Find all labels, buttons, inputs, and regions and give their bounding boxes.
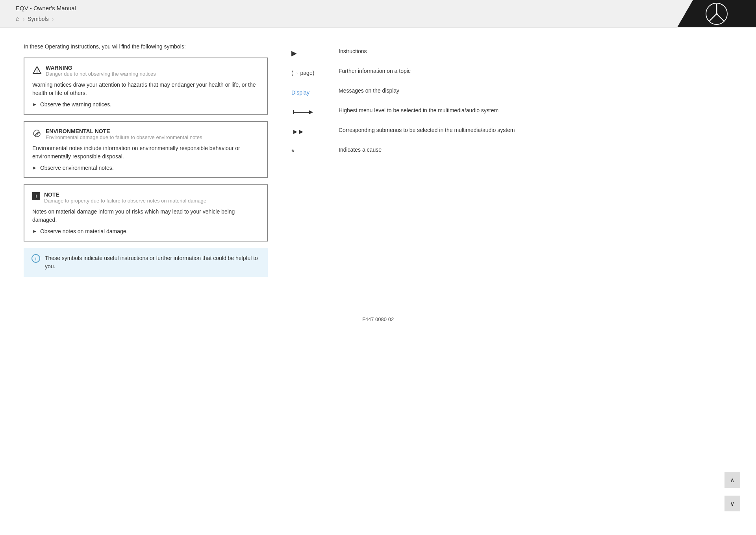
info-text: These symbols indicate useful instructio… (45, 254, 260, 271)
note-notice-header: ! NOTE Damage to property due to failure… (32, 191, 259, 204)
svg-point-1 (716, 13, 718, 15)
note-body: Notes on material damage inform you of r… (32, 208, 259, 224)
left-column: In these Operating Instructions, you wil… (24, 43, 268, 277)
environmental-title-area: ENVIRONMENTAL NOTE Environmental damage … (46, 128, 202, 140)
note-icon: ! (32, 192, 40, 200)
symbol-row-nav-double: Corresponding submenus to be selected in… (291, 122, 732, 142)
scroll-down-button[interactable]: ∨ (724, 496, 740, 511)
warning-action-text: Observe the warning notices. (40, 101, 111, 108)
main-content: In these Operating Instructions, you wil… (0, 28, 756, 293)
scroll-up-icon: ∧ (730, 476, 735, 484)
symbol-row-further-info: (→ page) Further information on a topic (291, 63, 732, 83)
environmental-subtitle: Environmental damage due to failure to o… (46, 134, 202, 140)
header-left: EQV - Owner's Manual ⌂ › Symbols › (16, 5, 76, 22)
warning-title: WARNING (46, 65, 156, 71)
warning-body: Warning notices draw your attention to h… (32, 81, 259, 97)
double-nav-arrow-icon (291, 127, 311, 137)
doc-number: F447 0080 02 (362, 316, 394, 322)
page-ref-icon: (→ page) (291, 70, 314, 76)
note-title-area: NOTE Damage to property due to failure t… (44, 191, 206, 204)
note-action: ► Observe notes on material damage. (32, 228, 259, 234)
symbol-desc-instructions: Instructions (339, 47, 732, 56)
footer: F447 0080 02 (0, 308, 756, 330)
environmental-notice-box: ENVIRONMENTAL NOTE Environmental damage … (24, 121, 268, 178)
note-notice-box: ! NOTE Damage to property due to failure… (24, 184, 268, 241)
symbol-icon-further-info: (→ page) (291, 67, 331, 79)
breadcrumb-symbols[interactable]: Symbols (28, 16, 49, 22)
svg-marker-9 (299, 130, 303, 134)
document-title: EQV - Owner's Manual (16, 5, 76, 11)
environmental-icon (32, 129, 42, 139)
symbol-icon-display: Display (291, 87, 331, 98)
svg-point-4 (36, 133, 38, 134)
symbol-desc-nav-double: Corresponding submenus to be selected in… (339, 126, 732, 134)
display-icon: Display (291, 89, 309, 96)
symbol-row-nav-single: Highest menu level to be selected in the… (291, 102, 732, 122)
scroll-up-button[interactable]: ∧ (724, 472, 740, 488)
svg-marker-6 (309, 110, 313, 114)
environmental-body: Environmental notes include information … (32, 144, 259, 161)
mercedes-logo (705, 2, 728, 26)
symbol-icon-instructions: ▶ (291, 47, 331, 59)
note-action-arrow: ► (32, 228, 37, 234)
info-box: i These symbols indicate useful instruct… (24, 248, 268, 277)
symbol-desc-display: Messages on the display (339, 87, 732, 95)
symbol-desc-nav-single: Highest menu level to be selected in the… (339, 106, 732, 115)
environmental-action: ► Observe environmental notes. (32, 165, 259, 171)
warning-action-arrow: ► (32, 102, 37, 107)
symbol-desc-further-info: Further information on a topic (339, 67, 732, 75)
symbol-icon-nav-double (291, 126, 331, 138)
info-icon: i (32, 254, 40, 263)
svg-text:!: ! (36, 69, 38, 74)
svg-marker-8 (293, 130, 297, 134)
warning-subtitle: Danger due to not observing the warning … (46, 71, 156, 77)
warning-action: ► Observe the warning notices. (32, 101, 259, 108)
breadcrumb-sep-1: › (23, 16, 24, 22)
note-title: NOTE (44, 191, 206, 198)
environmental-action-text: Observe environmental notes. (40, 165, 114, 171)
home-icon[interactable]: ⌂ (16, 15, 20, 22)
warning-notice-box: ! WARNING Danger due to not observing th… (24, 58, 268, 115)
environmental-action-arrow: ► (32, 165, 37, 171)
environmental-title: ENVIRONMENTAL NOTE (46, 128, 202, 134)
header: EQV - Owner's Manual ⌂ › Symbols › (0, 0, 756, 28)
symbol-row-display: Display Messages on the display (291, 83, 732, 102)
symbol-row-asterisk: * Indicates a cause (291, 142, 732, 162)
warning-notice-header: ! WARNING Danger due to not observing th… (32, 65, 259, 77)
logo-area (677, 0, 756, 27)
warning-title-area: WARNING Danger due to not observing the … (46, 65, 156, 77)
intro-text: In these Operating Instructions, you wil… (24, 43, 268, 50)
single-nav-arrow-icon (291, 108, 315, 117)
symbol-icon-asterisk: * (291, 146, 331, 158)
symbol-desc-asterisk: Indicates a cause (339, 146, 732, 154)
warning-icon: ! (32, 65, 42, 76)
note-subtitle: Damage to property due to failure to obs… (44, 198, 206, 204)
breadcrumb-sep-2: › (52, 16, 54, 22)
symbol-icon-nav-single (291, 106, 331, 118)
environmental-notice-header: ENVIRONMENTAL NOTE Environmental damage … (32, 128, 259, 140)
triangle-arrow-icon: ▶ (291, 49, 297, 58)
right-column: ▶ Instructions (→ page) Further informat… (291, 43, 732, 277)
note-exclamation-icon: ! (32, 192, 40, 200)
symbol-row-instructions: ▶ Instructions (291, 43, 732, 63)
asterisk-icon: * (291, 147, 295, 156)
note-action-text: Observe notes on material damage. (40, 228, 128, 234)
scroll-down-icon: ∨ (730, 500, 735, 507)
breadcrumb: ⌂ › Symbols › (16, 15, 76, 22)
